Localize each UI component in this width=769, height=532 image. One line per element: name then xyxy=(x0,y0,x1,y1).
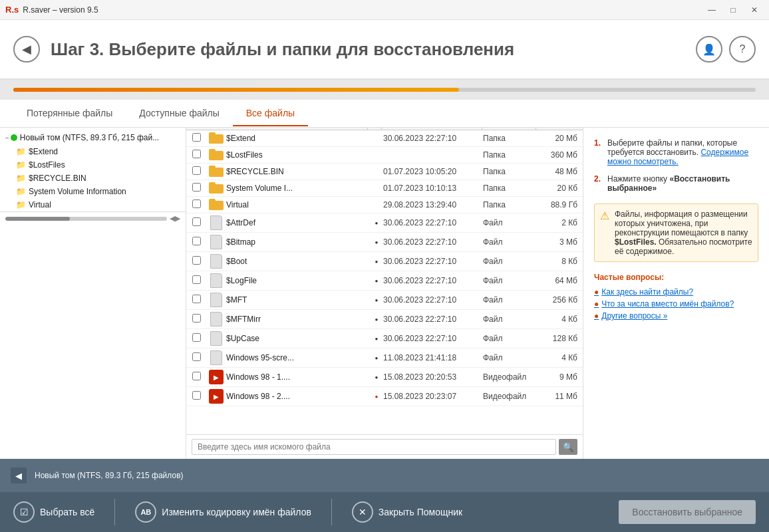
faq-bullet: ● xyxy=(594,287,599,297)
file-checkbox[interactable] xyxy=(192,166,201,175)
file-checkbox[interactable] xyxy=(192,391,201,400)
file-checkbox[interactable] xyxy=(192,133,201,142)
file-type: Папка xyxy=(483,200,536,209)
file-icon xyxy=(210,331,222,346)
status-text: Новый том (NTFS, 89.3 Гб, 215 файлов) xyxy=(35,471,184,480)
close-wizard-button[interactable]: ✕ Закрыть Помощник xyxy=(352,501,462,523)
file-checkbox[interactable] xyxy=(192,150,201,158)
maximize-button[interactable]: □ xyxy=(724,3,742,17)
faq-item-2[interactable]: ● Что за числа вместо имён файлов? xyxy=(594,299,758,309)
status-bar: ◀ Новый том (NTFS, 89.3 Гб, 215 файлов) xyxy=(0,459,769,492)
file-size: 64 Мб xyxy=(536,276,583,285)
file-icon xyxy=(210,293,222,307)
file-checkbox-cell xyxy=(186,333,206,344)
tab-available-files[interactable]: Доступные файлы xyxy=(126,101,232,126)
tab-all-files[interactable]: Все файлы xyxy=(233,101,308,126)
select-all-button[interactable]: ☑ Выбрать всё xyxy=(13,501,94,523)
file-checkbox[interactable] xyxy=(192,333,201,342)
info-tips: 1. Выберите файлы и папки, которые требу… xyxy=(594,138,758,193)
tree-item-virtual[interactable]: 📁 Virtual xyxy=(0,198,186,211)
file-name: $Extend xyxy=(226,134,370,143)
file-dot-cell: ● xyxy=(370,394,383,400)
status-content: ◀ Новый том (NTFS, 89.3 Гб, 215 файлов) xyxy=(11,467,184,483)
info-tip-1: 1. Выберите файлы и папки, которые требу… xyxy=(594,138,758,166)
file-checkbox[interactable] xyxy=(192,200,201,208)
file-name: $Bitmap xyxy=(226,237,370,247)
file-checkbox[interactable] xyxy=(192,314,201,323)
search-button[interactable]: 🔍 xyxy=(559,439,577,455)
file-size: 4 Кб xyxy=(536,315,583,324)
folder-icon: 📁 xyxy=(16,147,26,156)
file-icon-cell xyxy=(206,199,226,211)
tabs-bar: Потерянные файлы Доступные файлы Все фай… xyxy=(0,100,769,128)
back-button[interactable]: ◀ xyxy=(13,36,40,63)
file-checkbox[interactable] xyxy=(192,372,201,380)
file-checkbox[interactable] xyxy=(192,217,201,226)
titlebar: R.s R.saver – version 9.5 — □ ✕ xyxy=(0,0,769,20)
tree-item-extend[interactable]: 📁 $Extend xyxy=(0,145,186,158)
file-date: 30.06.2023 22:27:10 xyxy=(383,276,483,285)
file-icon xyxy=(210,273,222,288)
file-size: 9 Мб xyxy=(536,372,583,382)
file-size: 11 Мб xyxy=(536,392,583,401)
faq-section: Частые вопросы: ● Как здесь найти файлы?… xyxy=(594,273,758,321)
file-status-dot: ● xyxy=(375,374,379,380)
file-checkbox[interactable] xyxy=(192,256,201,265)
file-status-dot: ● xyxy=(375,355,379,361)
restore-button[interactable]: Восстановить выбранное xyxy=(619,500,756,524)
main-content: − Новый том (NTFS, 89.3 Гб, 215 фай... 📁… xyxy=(0,128,769,459)
tree-item-sysvolinfo[interactable]: 📁 System Volume Information xyxy=(0,185,186,198)
tree-item-recycle[interactable]: 📁 $RECYCLE.BIN xyxy=(0,172,186,185)
file-checkbox[interactable] xyxy=(192,237,201,245)
file-name: $Boot xyxy=(226,257,370,266)
file-size: 4 Кб xyxy=(536,353,583,362)
user-button[interactable]: 👤 xyxy=(696,36,722,63)
file-type: Файл xyxy=(483,257,536,266)
info-panel: 1. Выберите файлы и папки, которые требу… xyxy=(583,128,769,459)
file-status-dot: ● xyxy=(375,220,379,226)
tree-root-item[interactable]: − Новый том (NTFS, 89.3 Гб, 215 фай... xyxy=(0,130,186,145)
file-date: 15.08.2023 20:20:53 xyxy=(383,372,483,382)
tree-root-label: Новый том (NTFS, 89.3 Гб, 215 фай... xyxy=(20,133,159,142)
faq-item-1[interactable]: ● Как здесь найти файлы? xyxy=(594,287,758,297)
progress-area xyxy=(0,80,769,100)
file-status-dot: ● xyxy=(375,259,379,265)
tip-number-1: 1. xyxy=(594,138,603,166)
table-row: System Volume I... 01.07.2023 10:10:13 П… xyxy=(186,180,583,197)
file-checkbox[interactable] xyxy=(192,352,201,361)
table-row: $Boot ● 30.06.2023 22:27:10 Файл 8 Кб xyxy=(186,252,583,271)
file-date: 30.06.2023 22:27:10 xyxy=(383,218,483,227)
toolbar-divider-1 xyxy=(114,499,115,525)
file-type: Файл xyxy=(483,218,536,227)
file-name: $MFT xyxy=(226,295,370,305)
collapse-icon: − xyxy=(5,134,9,142)
file-name: $UpCase xyxy=(226,334,370,343)
file-checkbox[interactable] xyxy=(192,295,201,303)
help-button[interactable]: ? xyxy=(729,36,756,63)
file-checkbox[interactable] xyxy=(192,275,201,284)
file-checkbox-cell xyxy=(186,391,206,402)
file-checkbox[interactable] xyxy=(192,183,201,192)
header: ◀ Шаг 3. Выберите файлы и папки для восс… xyxy=(0,20,769,80)
volume-indicator xyxy=(11,134,17,141)
search-input[interactable] xyxy=(192,439,556,455)
file-icon xyxy=(210,254,222,269)
tab-lost-files[interactable]: Потерянные файлы xyxy=(13,101,126,126)
file-type: Видеофайл xyxy=(483,392,536,401)
change-encoding-button[interactable]: AB Изменить кодировку имён файлов xyxy=(135,501,311,523)
tree-item-label: $Extend xyxy=(29,147,58,156)
file-icon xyxy=(210,312,222,327)
file-status-dot: ● xyxy=(375,278,379,284)
page-title: Шаг 3. Выберите файлы и папки для восста… xyxy=(51,39,514,60)
change-encoding-label: Изменить кодировку имён файлов xyxy=(162,507,311,517)
file-icon-cell xyxy=(206,215,226,230)
table-row: ▶ Windows 98 - 2.... ● 15.08.2023 20:23:… xyxy=(186,387,583,406)
minimize-button[interactable]: — xyxy=(702,3,721,17)
tree-item-lostfiles[interactable]: 📁 $LostFiles xyxy=(0,158,186,172)
close-button[interactable]: ✕ xyxy=(745,3,764,17)
prev-button[interactable]: ◀ xyxy=(11,467,27,483)
file-type: Файл xyxy=(483,295,536,305)
faq-item-3[interactable]: ● Другие вопросы » xyxy=(594,311,758,321)
file-checkbox-cell xyxy=(186,275,206,286)
file-dot-cell: ● xyxy=(370,336,383,342)
